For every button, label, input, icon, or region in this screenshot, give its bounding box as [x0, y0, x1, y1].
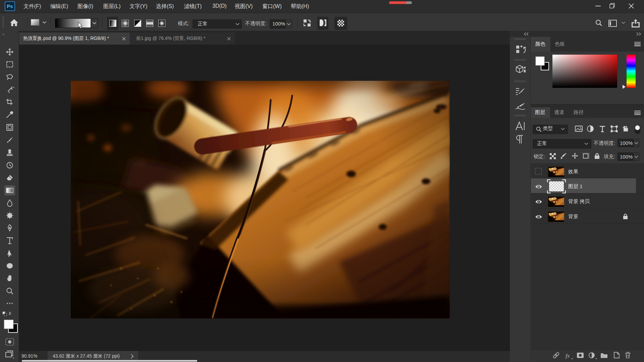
svg-text:fx: fx — [566, 353, 570, 359]
svg-text:»: » — [2, 32, 4, 36]
